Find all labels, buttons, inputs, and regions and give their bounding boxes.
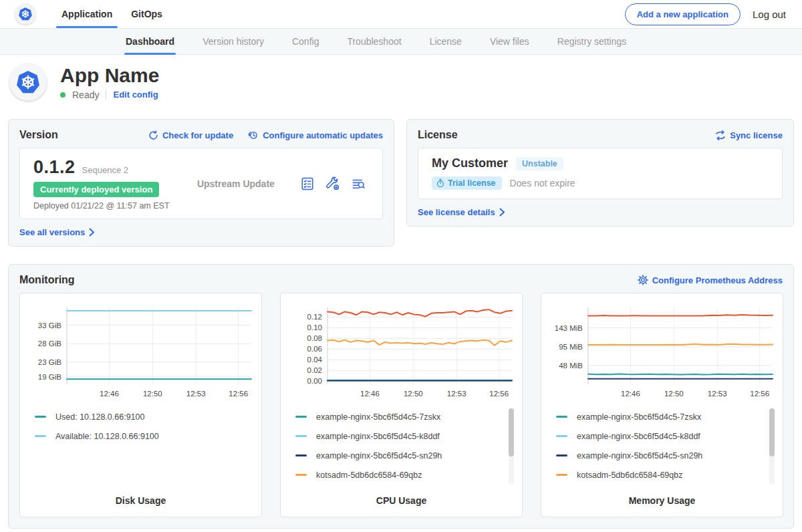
nav-tab-gitops[interactable]: GitOps <box>122 0 172 28</box>
trial-license-badge: Trial license <box>432 176 502 190</box>
legend-scrollbar[interactable] <box>509 408 514 485</box>
svg-text:0.06: 0.06 <box>307 345 322 353</box>
disk-usage-chart: 33 GiB28 GiB23 GiB19 GiB12:4612:5012:531… <box>28 301 255 403</box>
legend-swatch <box>556 416 567 418</box>
see-license-details-link[interactable]: See license details <box>418 207 505 217</box>
upstream-update-label: Upstream Update <box>188 178 300 189</box>
disk-usage-chart-card: 33 GiB28 GiB23 GiB19 GiB12:4612:5012:531… <box>19 293 262 517</box>
legend-item: kotsadm-5db6dc6584-69qbz <box>295 465 514 485</box>
legend-item: example-nginx-5bc6f5d4c5-k8ddf <box>556 426 775 446</box>
legend-swatch <box>295 416 307 418</box>
kubernetes-logo-icon <box>15 3 36 25</box>
svg-text:0.00: 0.00 <box>307 377 322 385</box>
legend-item: example-nginx-5bc6f5d4c5-k8ddf <box>295 426 514 446</box>
status-dot <box>60 92 65 98</box>
svg-text:12:56: 12:56 <box>489 390 509 398</box>
legend-item: example-nginx-5bc6f5d4c5-7zskx <box>295 407 514 426</box>
svg-text:0.04: 0.04 <box>307 356 323 364</box>
svg-text:12:53: 12:53 <box>447 390 466 398</box>
chevron-right-icon <box>499 208 505 217</box>
status-text: Ready <box>72 90 99 100</box>
legend-swatch <box>295 435 307 437</box>
legend-item: example-nginx-5bc6f5d4c5-7zskx <box>556 407 775 426</box>
sync-license-link[interactable]: Sync license <box>715 130 783 140</box>
license-box: My Customer Unstable Trial license Does … <box>418 148 783 199</box>
license-card: License Sync license My Customer Unstabl… <box>406 119 794 227</box>
cpu-usage-chart-card: 0.120.100.080.060.040.020.0012:4612:5012… <box>280 293 523 517</box>
preflight-checks-icon[interactable] <box>300 176 315 191</box>
stopwatch-icon <box>436 178 444 188</box>
legend-swatch <box>556 474 567 476</box>
app-subnav: Dashboard Version history Config Trouble… <box>0 28 802 55</box>
gear-icon <box>638 275 648 285</box>
svg-text:28 GiB: 28 GiB <box>38 340 61 348</box>
svg-text:12:53: 12:53 <box>186 390 206 398</box>
legend-item: Available: 10.128.0.66:9100 <box>35 426 253 446</box>
legend-swatch <box>556 454 567 456</box>
tab-dashboard[interactable]: Dashboard <box>118 29 182 54</box>
svg-text:23 GiB: 23 GiB <box>38 358 61 366</box>
chart-title: Disk Usage <box>28 491 253 509</box>
svg-text:95 MiB: 95 MiB <box>559 343 583 351</box>
legend-swatch <box>295 474 307 476</box>
svg-text:12:50: 12:50 <box>143 390 162 398</box>
svg-text:12:56: 12:56 <box>750 390 769 398</box>
app-avatar-kubernetes-icon <box>9 63 47 101</box>
logout-button[interactable]: Log out <box>753 9 786 20</box>
version-card-title: Version <box>19 129 58 141</box>
tab-registry-settings[interactable]: Registry settings <box>549 29 634 54</box>
nav-tab-application[interactable]: Application <box>52 0 122 28</box>
see-all-versions-link[interactable]: See all versions <box>19 227 95 237</box>
svg-text:12:50: 12:50 <box>664 390 684 398</box>
legend-swatch <box>556 435 567 437</box>
legend-label: kotsadm-5db6dc6584-69qbz <box>577 471 682 480</box>
app-header: App Name Ready Edit config <box>0 55 802 110</box>
memory-usage-chart-card: 143 MiB95 MiB48 MiB12:4612:5012:5312:56 … <box>541 293 783 517</box>
svg-text:12:46: 12:46 <box>621 390 640 398</box>
svg-text:12:53: 12:53 <box>708 390 727 398</box>
license-card-title: License <box>418 129 458 141</box>
chart-title: CPU Usage <box>289 491 514 509</box>
tab-config[interactable]: Config <box>284 29 327 54</box>
config-wrench-icon[interactable] <box>325 176 340 191</box>
legend-scrollbar[interactable] <box>769 408 775 485</box>
clock-arrow-icon <box>248 130 259 140</box>
add-application-button[interactable]: Add a new application <box>625 3 741 25</box>
edit-config-link[interactable]: Edit config <box>113 90 158 100</box>
legend-scrollbar-thumb[interactable] <box>509 408 514 456</box>
page-title: App Name <box>60 64 159 86</box>
svg-text:19 GiB: 19 GiB <box>38 373 61 381</box>
legend-swatch <box>35 416 46 418</box>
legend-label: example-nginx-5bc6f5d4c5-7zskx <box>577 412 701 422</box>
svg-text:33 GiB: 33 GiB <box>38 321 61 329</box>
svg-text:0.02: 0.02 <box>307 366 322 374</box>
legend-label: example-nginx-5bc6f5d4c5-sn29h <box>577 451 702 460</box>
svg-text:48 MiB: 48 MiB <box>559 362 583 370</box>
svg-text:12:56: 12:56 <box>229 390 248 398</box>
check-for-update-link[interactable]: Check for update <box>148 130 233 140</box>
customer-name: My Customer <box>432 156 508 170</box>
current-version-box: 0.1.2 Sequence 2 Currently deployed vers… <box>19 148 383 219</box>
tab-version-history[interactable]: Version history <box>194 29 272 54</box>
svg-text:12:50: 12:50 <box>404 390 423 398</box>
channel-badge: Unstable <box>516 157 563 170</box>
legend-label: Available: 10.128.0.66:9100 <box>55 432 159 441</box>
tab-view-files[interactable]: View files <box>482 29 537 54</box>
tab-troubleshoot[interactable]: Troubleshoot <box>339 29 409 54</box>
legend-label: kotsadm-5db6dc6584-69qbz <box>316 471 422 480</box>
topnav: Application GitOps Add a new application… <box>0 0 802 28</box>
legend-label: example-nginx-5bc6f5d4c5-sn29h <box>316 451 442 460</box>
cpu-usage-legend: example-nginx-5bc6f5d4c5-7zskxexample-ng… <box>289 407 514 491</box>
legend-item: example-nginx-5bc6f5d4c5-sn29h <box>556 446 775 465</box>
chart-title: Memory Usage <box>549 491 775 509</box>
disk-usage-legend: Used: 10.128.0.66:9100Available: 10.128.… <box>28 407 253 491</box>
chevron-right-icon <box>89 228 95 237</box>
deployed-badge: Currently deployed version <box>33 182 159 197</box>
tab-license[interactable]: License <box>422 29 470 54</box>
legend-scrollbar-thumb[interactable] <box>769 408 775 456</box>
configure-prometheus-link[interactable]: Configure Prometheus Address <box>638 275 783 285</box>
svg-text:0.08: 0.08 <box>307 334 322 342</box>
configure-automatic-updates-link[interactable]: Configure automatic updates <box>248 130 383 140</box>
view-logs-icon[interactable] <box>351 176 366 191</box>
svg-text:12:46: 12:46 <box>360 390 380 398</box>
